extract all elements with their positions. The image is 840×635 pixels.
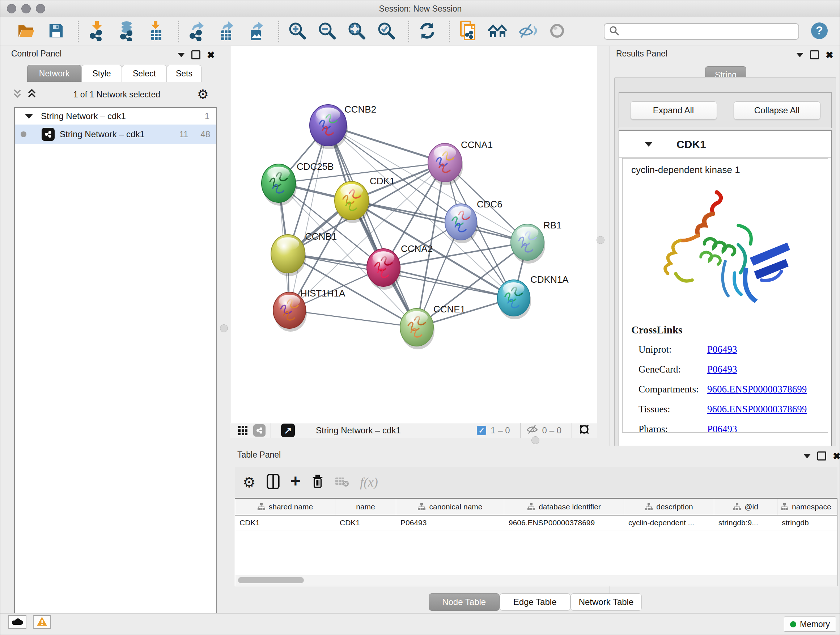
network-row-selected[interactable]: String Network – cdk1 11 48 <box>15 125 216 144</box>
show-columns-icon[interactable] <box>267 474 279 491</box>
import-table-button[interactable] <box>146 20 166 43</box>
node-CDK1[interactable]: CDK1 <box>335 176 395 223</box>
node-CDC6[interactable]: CDC6 <box>445 199 502 243</box>
node-label-RB1: RB1 <box>543 220 562 231</box>
table-horizontal-scrollbar[interactable] <box>235 575 837 585</box>
column-header-shared-name[interactable]: shared name <box>235 499 335 515</box>
cell-name[interactable]: CDK1 <box>335 516 396 530</box>
function-builder-fx-icon: f(x) <box>360 475 378 490</box>
collapse-all-networks-icon[interactable] <box>13 89 22 100</box>
column-header-canonical-name[interactable]: canonical name <box>396 499 504 515</box>
export-network-button[interactable] <box>187 20 207 43</box>
crosslink-link[interactable]: 9606.ENSP00000378699 <box>707 404 807 415</box>
tab-network-table[interactable]: Network Table <box>570 593 642 611</box>
collapse-panel-icon[interactable] <box>178 53 185 57</box>
edge-CCNA2-CDKN1A[interactable] <box>384 268 514 298</box>
cell-id[interactable]: stringdb:9... <box>714 516 777 530</box>
tab-select[interactable]: Select <box>122 65 167 82</box>
warnings-button[interactable] <box>33 615 51 629</box>
column-header-name[interactable]: name <box>335 499 396 515</box>
netbar-separator <box>572 423 572 438</box>
node-CDKN1A[interactable]: CDKN1A <box>497 274 569 319</box>
expand-all-networks-icon[interactable] <box>27 89 36 100</box>
edge-HIST1H1A-CCNE1[interactable] <box>289 310 417 327</box>
birds-eye-grid-icon[interactable] <box>238 426 248 435</box>
zoom-selected-button[interactable] <box>376 20 396 43</box>
network-options-gear-icon[interactable]: ⚙ <box>197 88 209 101</box>
network-collection-row[interactable]: String Network – cdk1 1 <box>15 108 216 125</box>
tab-network[interactable]: Network <box>27 65 81 82</box>
node-CCNA2[interactable]: CCNA2 <box>367 243 433 290</box>
tab-node-table[interactable]: Node Table <box>429 593 500 611</box>
fit-selection-crosshair-icon[interactable] <box>577 422 592 439</box>
memory-button[interactable]: Memory <box>784 616 836 632</box>
gene-section-header[interactable]: CDK1 <box>619 131 831 158</box>
help-button[interactable]: ? <box>809 20 829 43</box>
zoom-out-button[interactable] <box>317 20 337 43</box>
zoom-fit-button[interactable] <box>347 20 367 43</box>
node-CCNB2[interactable]: CCNB2 <box>309 104 376 149</box>
import-network-file-button[interactable] <box>87 20 107 43</box>
open-in-window-icon[interactable]: ↗ <box>281 424 295 437</box>
column-header-namespace[interactable]: namespace <box>777 499 837 515</box>
node-CCNB1[interactable]: CCNB1 <box>271 231 337 276</box>
table-row[interactable]: CDK1 CDK1 P06493 9606.ENSP00000378699 cy… <box>235 516 837 530</box>
table-options-gear-icon[interactable]: ⚙ <box>243 475 256 489</box>
import-network-database-button[interactable] <box>117 20 137 43</box>
expand-all-button[interactable]: Expand All <box>630 101 717 119</box>
export-image-button[interactable] <box>246 20 267 43</box>
crosslink-link[interactable]: 9606.ENSP00000378699 <box>707 384 807 395</box>
zoom-in-button[interactable] <box>287 20 308 43</box>
float-panel-icon[interactable] <box>817 451 826 461</box>
node-RB1[interactable]: RB1 <box>511 220 562 264</box>
column-header-database-identifier[interactable]: database identifier <box>504 499 624 515</box>
cell-description[interactable]: cyclin-dependent ... <box>624 516 714 530</box>
close-panel-icon[interactable]: ✖ <box>833 453 840 460</box>
node-CCNE1[interactable]: CCNE1 <box>400 304 465 349</box>
cloud-status-button[interactable] <box>8 615 27 629</box>
collapse-panel-icon[interactable] <box>804 454 811 458</box>
network-canvas[interactable]: CCNB2CCNA1CDC25BCDK1CDC6RB1CCNB1CCNA2CDK… <box>230 46 597 423</box>
string-documents-button[interactable] <box>458 20 478 43</box>
control-panel-title: Control Panel <box>11 49 62 59</box>
string-home-button[interactable] <box>488 20 508 43</box>
network-share-icon[interactable] <box>253 424 265 437</box>
close-panel-icon[interactable]: ✖ <box>826 51 834 59</box>
search-input[interactable] <box>604 23 799 40</box>
export-table-button[interactable] <box>217 20 237 43</box>
float-panel-icon[interactable] <box>810 50 819 59</box>
node-label-CDKN1A: CDKN1A <box>531 274 569 285</box>
cell-canonical-name[interactable]: P06493 <box>396 516 504 530</box>
hidden-eye-slash-icon[interactable] <box>526 424 538 437</box>
cell-namespace[interactable]: stringdb <box>777 516 837 530</box>
section-expander-icon[interactable] <box>645 142 653 147</box>
crosslink-link[interactable]: P06493 <box>707 344 737 355</box>
scrollbar-thumb[interactable] <box>238 577 304 583</box>
create-column-plus-icon[interactable]: + <box>291 474 301 488</box>
hide-glass-button[interactable] <box>517 20 538 43</box>
open-session-button[interactable] <box>16 20 36 43</box>
crosslink-link[interactable]: P06493 <box>707 424 737 432</box>
column-header-description[interactable]: description <box>624 499 714 515</box>
column-header-id[interactable]: @id <box>714 499 777 515</box>
selected-nodes-checkbox[interactable]: ✓ <box>477 426 486 435</box>
collapse-panel-icon[interactable] <box>796 53 804 57</box>
float-panel-icon[interactable] <box>191 50 201 59</box>
collection-expander-icon[interactable] <box>25 114 33 119</box>
bottom-splitter-handle[interactable] <box>531 436 539 444</box>
show-glass-button[interactable] <box>547 20 567 43</box>
tab-sets[interactable]: Sets <box>167 65 202 82</box>
node-HIST1H1A[interactable]: HIST1H1A <box>273 288 346 332</box>
crosslink-link[interactable]: P06493 <box>707 364 737 375</box>
right-splitter-handle[interactable] <box>597 236 605 244</box>
apply-layout-button[interactable] <box>417 20 437 43</box>
left-splitter-handle[interactable] <box>220 325 228 333</box>
save-session-button[interactable] <box>46 20 66 43</box>
tab-edge-table[interactable]: Edge Table <box>500 593 570 611</box>
close-panel-icon[interactable]: ✖ <box>207 51 215 59</box>
delete-column-trash-icon[interactable] <box>311 474 324 491</box>
tab-style[interactable]: Style <box>81 65 122 82</box>
collapse-all-button[interactable]: Collapse All <box>734 101 821 119</box>
cell-database-identifier[interactable]: 9606.ENSP00000378699 <box>504 516 624 530</box>
cell-shared-name[interactable]: CDK1 <box>235 516 335 530</box>
